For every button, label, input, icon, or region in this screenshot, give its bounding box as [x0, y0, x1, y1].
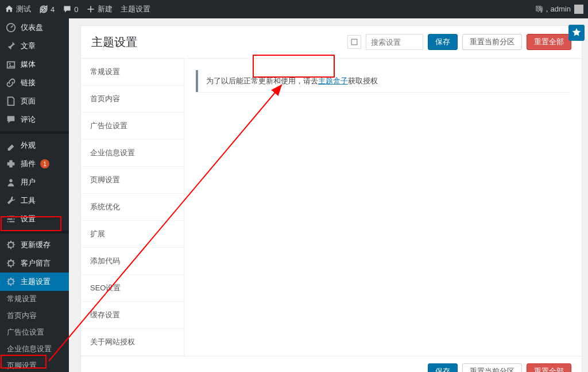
sidebar-item-label: 设置 — [21, 214, 36, 224]
settings-icon — [6, 214, 16, 224]
vertical-tabs: 常规设置首页内容广告位设置企业信息设置页脚设置系统优化扩展添加代码SEO设置缓存… — [81, 59, 184, 356]
vertical-tab-5[interactable]: 系统优化 — [81, 194, 184, 221]
sidebar-subitem-2[interactable]: 广告位设置 — [0, 324, 69, 341]
adminbar-updates[interactable]: 4 — [39, 5, 55, 14]
sidebar-item-label: 更新缓存 — [21, 240, 51, 250]
vertical-tab-2[interactable]: 广告位设置 — [81, 113, 184, 140]
sidebar-subitem-0[interactable]: 常规设置 — [0, 291, 69, 308]
vertical-tab-8[interactable]: SEO设置 — [81, 275, 184, 302]
sidebar-item-1[interactable]: 文章 — [0, 37, 69, 55]
plus-icon — [86, 5, 95, 14]
sidebar-item-2[interactable]: 媒体 — [0, 55, 69, 74]
feature-badge[interactable] — [568, 25, 585, 41]
sidebar-item-label: 媒体 — [21, 59, 36, 70]
svg-point-3 — [9, 179, 12, 182]
media-icon — [6, 59, 16, 70]
adminbar-site-name: 测试 — [16, 4, 31, 14]
adminbar-left: 测试 4 0 新建 主题设置 — [5, 4, 150, 14]
sidebar-item-label: 工具 — [21, 195, 36, 206]
sidebar-item-label: 用户 — [21, 177, 36, 187]
sidebar-item-label: 页面 — [21, 96, 36, 106]
home-icon — [5, 5, 14, 14]
vertical-tab-3[interactable]: 企业信息设置 — [81, 140, 184, 167]
vertical-tab-4[interactable]: 页脚设置 — [81, 167, 184, 194]
sidebar-item-0[interactable]: 仪表盘 — [0, 18, 69, 37]
comments-icon — [6, 114, 16, 125]
content-wrap: 主题设置 保存 重置当前分区 重置全部 常规设置首页内容广告位设置企业信息设置页… — [69, 18, 588, 372]
sidebar-item-13[interactable]: 主题设置 — [0, 273, 69, 291]
panel-header-actions: 保存 重置当前分区 重置全部 — [347, 34, 571, 50]
save-button-top[interactable]: 保存 — [428, 34, 458, 50]
sidebar-item-7[interactable]: 插件1 — [0, 155, 69, 173]
sidebar-item-label: 插件 — [21, 159, 36, 169]
tab-pane: 为了以后能正常更新和使用，请去主题盒子获取授权 — [184, 59, 582, 356]
sidebar-subitem-4[interactable]: 页脚设置 — [0, 358, 69, 372]
adminbar-theme-settings-label: 主题设置 — [121, 4, 150, 14]
auth-notice: 为了以后能正常更新和使用，请去主题盒子获取授权 — [196, 70, 570, 92]
sidebar-subitem-1[interactable]: 首页内容 — [0, 308, 69, 324]
search-input[interactable] — [366, 34, 423, 50]
panel-body: 常规设置首页内容广告位设置企业信息设置页脚设置系统优化扩展添加代码SEO设置缓存… — [81, 59, 582, 356]
sidebar-item-label: 仪表盘 — [21, 22, 43, 33]
sidebar-item-label: 链接 — [21, 78, 36, 88]
notice-text-suffix: 获取授权 — [348, 76, 378, 85]
gear-icon — [6, 277, 16, 287]
sidebar-item-8[interactable]: 用户 — [0, 173, 69, 191]
reset-section-button-bottom[interactable]: 重置当前分区 — [462, 363, 522, 372]
sidebar-item-label: 客户留言 — [21, 258, 51, 269]
adminbar-right[interactable]: 嗨，admin — [536, 4, 583, 14]
adminbar: 测试 4 0 新建 主题设置 嗨，admin — [0, 0, 588, 18]
sidebar-item-6[interactable]: 外观 — [0, 136, 69, 155]
panel-title: 主题设置 — [91, 34, 137, 50]
comment-icon — [63, 5, 72, 14]
sidebar-item-3[interactable]: 链接 — [0, 74, 69, 92]
panel-footer-actions: 保存 重置当前分区 重置全部 — [81, 356, 582, 372]
save-button-bottom[interactable]: 保存 — [428, 363, 458, 372]
reset-all-button-bottom[interactable]: 重置全部 — [527, 363, 571, 372]
vertical-tab-10[interactable]: 关于网站授权 — [81, 329, 184, 356]
avatar-icon — [574, 5, 583, 14]
svg-rect-1 — [7, 62, 15, 68]
adminbar-comments[interactable]: 0 — [63, 5, 78, 14]
sidebar-item-5[interactable]: 评论 — [0, 110, 69, 129]
adminbar-site[interactable]: 测试 — [5, 4, 31, 14]
svg-point-2 — [9, 63, 11, 65]
adminbar-theme-settings[interactable]: 主题设置 — [121, 4, 150, 14]
updates-icon — [39, 5, 48, 14]
tools-icon — [6, 195, 16, 206]
sidebar-subitem-3[interactable]: 企业信息设置 — [0, 341, 69, 358]
sidebar-item-9[interactable]: 工具 — [0, 191, 69, 210]
panel-header: 主题设置 保存 重置当前分区 重置全部 — [81, 26, 582, 59]
vertical-tab-7[interactable]: 添加代码 — [81, 248, 184, 275]
reset-all-button-top[interactable]: 重置全部 — [527, 34, 571, 50]
sidebar-item-label: 外观 — [21, 140, 36, 151]
appearance-icon — [6, 140, 16, 151]
dashboard-icon — [6, 22, 16, 33]
svg-rect-4 — [351, 39, 357, 45]
adminbar-new[interactable]: 新建 — [86, 4, 113, 14]
sidebar-item-label: 文章 — [21, 41, 36, 51]
sidebar-item-4[interactable]: 页面 — [0, 92, 69, 110]
menu-separator — [0, 231, 69, 233]
sidebar-item-label: 评论 — [21, 114, 36, 125]
sidebar-item-label: 主题设置 — [21, 277, 51, 287]
gear-icon — [6, 258, 16, 269]
links-icon — [6, 78, 16, 88]
vertical-tab-0[interactable]: 常规设置 — [81, 59, 184, 86]
menu-separator — [0, 131, 69, 134]
sidebar-item-12[interactable]: 客户留言 — [0, 254, 69, 273]
adminbar-comments-count: 0 — [74, 5, 78, 14]
pin-icon — [6, 41, 16, 51]
settings-panel: 主题设置 保存 重置当前分区 重置全部 常规设置首页内容广告位设置企业信息设置页… — [80, 25, 582, 372]
page-icon — [6, 96, 16, 106]
admin-sidebar: 仪表盘文章媒体链接页面评论外观插件1用户工具设置更新缓存客户留言主题设置 常规设… — [0, 18, 69, 372]
sidebar-item-11[interactable]: 更新缓存 — [0, 236, 69, 254]
sidebar-item-10[interactable]: 设置 — [0, 210, 69, 228]
notice-link[interactable]: 主题盒子 — [318, 76, 348, 85]
vertical-tab-6[interactable]: 扩展 — [81, 221, 184, 248]
vertical-tab-1[interactable]: 首页内容 — [81, 86, 184, 113]
vertical-tab-9[interactable]: 缓存设置 — [81, 302, 184, 329]
reset-section-button-top[interactable]: 重置当前分区 — [462, 34, 522, 50]
expand-icon[interactable] — [347, 35, 361, 49]
notice-text-prefix: 为了以后能正常更新和使用，请去 — [206, 76, 318, 85]
